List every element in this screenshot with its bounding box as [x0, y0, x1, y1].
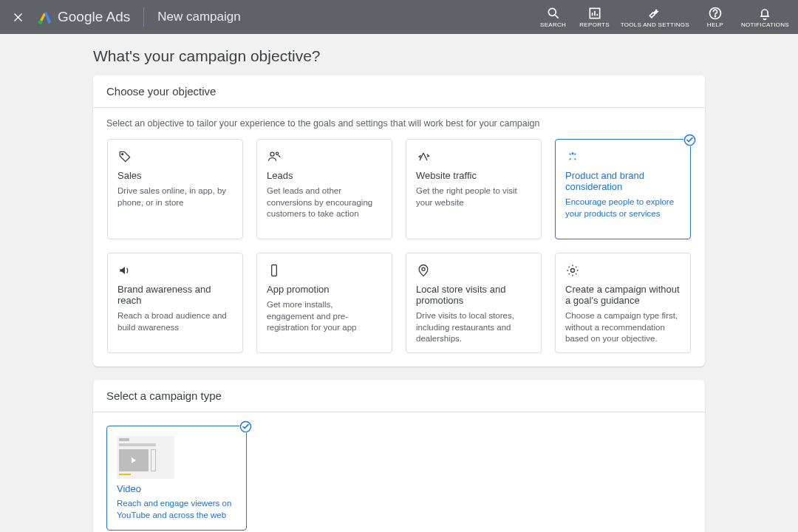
objective-card-title: Choose your objective [93, 75, 705, 108]
campaign-type-desc: Reach and engage viewers on YouTube and … [117, 498, 236, 521]
help-action[interactable]: HELP [700, 6, 731, 29]
header-action-label: SEARCH [540, 22, 566, 29]
svg-point-3 [548, 8, 556, 16]
brand-logo: Google Ads [37, 9, 130, 25]
page-question: What's your campaign objective? [93, 47, 705, 65]
header-action-label: TOOLS AND SETTINGS [621, 22, 689, 29]
campaign-type-title: Video [117, 483, 236, 494]
local-icon [416, 263, 431, 278]
header-actions: SEARCH REPORTS TOOLS AND SETTINGS HELP N… [538, 6, 789, 29]
objective-tile-title: Brand awareness and reach [117, 284, 233, 306]
app-icon [267, 263, 282, 278]
none-icon [565, 263, 580, 278]
sales-icon [117, 149, 132, 164]
svg-rect-15 [272, 265, 277, 276]
svg-point-18 [571, 269, 575, 273]
objective-tile-desc: Drive visits to local stores, including … [416, 310, 531, 345]
objective-tile-title: App promotion [267, 284, 382, 295]
objective-card: Choose your objective Select an objectiv… [93, 75, 705, 366]
help-icon [708, 6, 723, 21]
objective-tile-none[interactable]: Create a campaign without a goal's guida… [555, 253, 691, 353]
objective-tile-desc: Reach a broad audience and build awarene… [117, 310, 233, 333]
bell-icon [757, 6, 772, 21]
objective-tile-title: Website traffic [416, 170, 531, 181]
page-title: New campaign [157, 10, 240, 24]
selected-check-icon [683, 134, 696, 146]
header-action-label: REPORTS [579, 22, 610, 29]
close-icon [13, 12, 24, 23]
objective-tile-leads[interactable]: LeadsGet leads and other conversions by … [256, 139, 392, 239]
svg-point-2 [38, 21, 43, 25]
objective-tile-local[interactable]: Local store visits and promotionsDrive v… [406, 253, 542, 353]
objective-tile-traffic[interactable]: Website trafficGet the right people to v… [406, 139, 542, 239]
wrench-icon [647, 6, 662, 21]
objective-tile-title: Local store visits and promotions [416, 284, 531, 306]
objective-tile-desc: Get leads and other conversions by encou… [267, 185, 382, 220]
objective-tile-title: Leads [267, 170, 382, 181]
objective-tile-sales[interactable]: SalesDrive sales online, in app, by phon… [107, 139, 243, 239]
leads-icon [267, 149, 282, 164]
brand-name-sub: Ads [106, 9, 131, 24]
objective-tile-desc: Get the right people to visit your websi… [416, 185, 531, 208]
svg-point-17 [422, 267, 425, 270]
reports-action[interactable]: REPORTS [579, 6, 610, 29]
search-icon [546, 6, 561, 21]
objective-tile-app[interactable]: App promotionGet more installs, engageme… [256, 253, 392, 353]
objective-tile-desc: Choose a campaign type first, without a … [565, 310, 681, 345]
close-button[interactable] [9, 8, 27, 26]
header-divider [143, 7, 144, 27]
header-action-label: HELP [707, 22, 723, 29]
objective-tile-title: Product and brand consideration [565, 170, 681, 192]
app-header: Google Ads New campaign SEARCH REPORTS T… [0, 0, 798, 34]
notifications-action[interactable]: NOTIFICATIONS [741, 6, 789, 29]
campaign-type-card-title: Select a campaign type [93, 380, 705, 412]
objective-tile-awareness[interactable]: Brand awareness and reachReach a broad a… [107, 253, 243, 353]
google-ads-logo-icon [37, 9, 53, 25]
objective-tile-title: Create a campaign without a goal's guida… [565, 284, 681, 306]
header-action-label: NOTIFICATIONS [741, 22, 789, 29]
objective-grid: SalesDrive sales online, in app, by phon… [93, 136, 705, 366]
campaign-type-grid: VideoReach and engage viewers on YouTube… [93, 412, 705, 532]
brand-name-main: Google [58, 9, 103, 24]
campaign-type-card: Select a campaign type VideoReach and en… [93, 380, 705, 532]
svg-line-4 [555, 15, 558, 18]
objective-tile-title: Sales [117, 170, 233, 181]
selected-check-icon [239, 420, 252, 433]
svg-point-10 [715, 16, 715, 16]
reports-icon [587, 6, 602, 21]
objective-tile-desc: Get more installs, engagement and pre-re… [267, 299, 382, 334]
search-action[interactable]: SEARCH [538, 6, 569, 29]
objective-tile-desc: Drive sales online, in app, by phone, or… [117, 185, 233, 208]
campaign-type-tile-video[interactable]: VideoReach and engage viewers on YouTube… [106, 426, 247, 531]
objective-tile-desc: Encourage people to explore your product… [565, 197, 681, 219]
svg-point-11 [122, 154, 123, 155]
objective-tile-consideration[interactable]: Product and brand considerationEncourage… [555, 139, 691, 239]
video-thumbnail-icon [117, 436, 174, 479]
traffic-icon [416, 149, 431, 164]
svg-point-12 [270, 152, 274, 156]
objective-card-subtitle: Select an objective to tailor your exper… [93, 108, 705, 136]
svg-point-13 [276, 152, 279, 154]
tools-action[interactable]: TOOLS AND SETTINGS [621, 6, 689, 29]
awareness-icon [117, 263, 132, 278]
consideration-icon [565, 149, 580, 164]
